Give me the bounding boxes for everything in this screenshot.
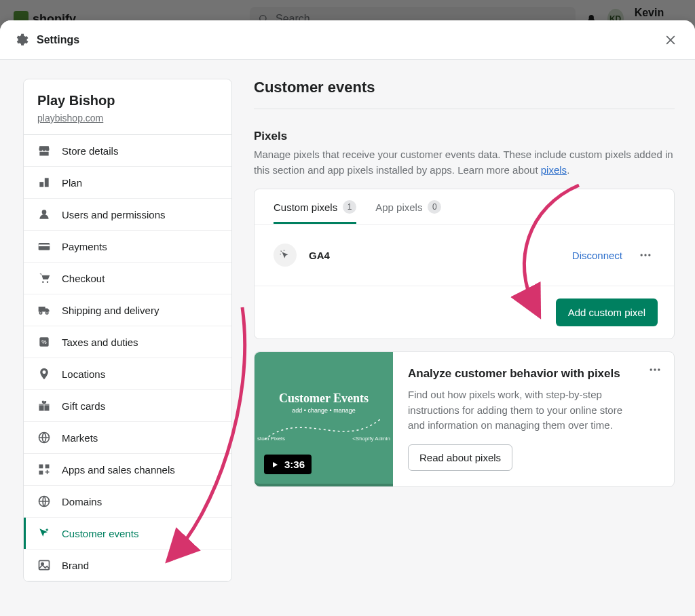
truck-icon [37, 303, 51, 317]
sidebar-item-store-details[interactable]: Store details [24, 135, 231, 167]
pixel-more-button[interactable] [636, 246, 655, 265]
apps-icon [37, 463, 51, 476]
svg-point-28 [650, 368, 652, 370]
pixels-card: Custom pixels 1 App pixels 0 GA4 [254, 189, 675, 339]
sidebar-item-label: Domains [62, 496, 102, 507]
page-title: Customer events [254, 79, 675, 109]
store-domain[interactable]: playbishop.com [37, 113, 218, 123]
sidebar-item-apps[interactable]: Apps and sales channels [24, 454, 231, 486]
svg-rect-7 [39, 243, 50, 250]
svg-point-12 [46, 312, 48, 314]
pixel-row: GA4 Disconnect [255, 224, 674, 286]
sidebar-item-shipping[interactable]: Shipping and delivery [24, 294, 231, 326]
user-icon [37, 208, 51, 221]
store-header: Play Bishop playbishop.com [24, 79, 231, 135]
thumb-subtitle: add • change • manage [255, 407, 393, 414]
pixels-card-footer: Add custom pixel [255, 286, 674, 339]
svg-point-25 [641, 254, 643, 256]
sidebar-item-taxes[interactable]: % Taxes and duties [24, 326, 231, 358]
dots-horizontal-icon [648, 363, 662, 377]
sidebar-item-checkout[interactable]: Checkout [24, 263, 231, 294]
pixels-heading: Pixels [254, 130, 675, 143]
play-icon [271, 461, 279, 469]
svg-point-30 [658, 368, 660, 370]
sidebar-item-label: Brand [62, 560, 89, 571]
cursor-sparkle-icon [37, 526, 51, 540]
modal-header: Settings [0, 20, 695, 60]
sidebar-item-giftcards[interactable]: Gift cards [24, 390, 231, 422]
sidebar-item-label: Taxes and duties [62, 336, 138, 348]
close-button[interactable] [660, 29, 681, 51]
learn-card-desc: Find out how pixels work, with step-by-s… [408, 387, 640, 434]
svg-point-27 [648, 254, 650, 256]
image-icon [37, 558, 51, 572]
dots-horizontal-icon [639, 248, 652, 262]
learn-card-body: Analyze customer behavior with pixels Fi… [393, 352, 674, 486]
sidebar-item-locations[interactable]: Locations [24, 358, 231, 390]
sidebar-item-payments[interactable]: Payments [24, 231, 231, 263]
sidebar-item-label: Plan [62, 177, 82, 189]
video-thumbnail[interactable]: Customer Events add • change • manage st… [255, 352, 393, 486]
gear-icon [14, 33, 29, 47]
sidebar-item-label: Store details [62, 145, 118, 157]
svg-point-10 [47, 282, 49, 284]
globe-grid-icon [37, 431, 51, 444]
pixels-description: Manage pixels that receive your customer… [254, 147, 675, 178]
sidebar-item-label: Locations [62, 368, 105, 380]
cart-icon [37, 271, 51, 285]
svg-rect-19 [39, 465, 43, 469]
svg-point-29 [654, 368, 656, 370]
sidebar-item-label: Customer events [62, 528, 138, 539]
sidebar-item-domains[interactable]: Domains [24, 486, 231, 518]
close-icon [664, 33, 677, 47]
add-custom-pixel-button[interactable]: Add custom pixel [556, 299, 658, 326]
tab-app-pixels[interactable]: App pixels 0 [375, 200, 441, 224]
learn-card-title: Analyze customer behavior with pixels [408, 367, 640, 381]
svg-rect-21 [39, 471, 43, 475]
store-name: Play Bishop [37, 93, 218, 109]
tab-label: App pixels [375, 201, 422, 213]
svg-point-26 [644, 254, 646, 256]
pixel-name[interactable]: GA4 [309, 250, 330, 261]
sidebar-item-plan[interactable]: Plan [24, 167, 231, 199]
settings-sidebar: Play Bishop playbishop.com Store details… [23, 79, 232, 582]
pixels-section: Pixels Manage pixels that receive your c… [254, 130, 675, 487]
svg-point-11 [39, 312, 41, 314]
sidebar-item-brand[interactable]: Brand [24, 550, 231, 581]
sidebar-item-markets[interactable]: Markets [24, 422, 231, 454]
svg-rect-20 [45, 465, 50, 469]
card-icon [37, 239, 51, 253]
svg-rect-8 [39, 245, 50, 247]
sidebar-item-users[interactable]: Users and permissions [24, 199, 231, 231]
settings-content: Customer events Pixels Manage pixels tha… [254, 79, 675, 616]
svg-rect-23 [39, 560, 50, 569]
svg-point-6 [42, 210, 47, 214]
learn-card-more[interactable] [648, 363, 662, 377]
tab-count: 1 [343, 200, 356, 214]
sidebar-item-label: Markets [62, 432, 98, 444]
storefront-icon [37, 144, 51, 157]
svg-text:%: % [41, 339, 47, 345]
sidebar-item-customer-events[interactable]: Customer events [24, 518, 231, 550]
pixels-learn-more-link[interactable]: pixels [541, 164, 567, 176]
svg-rect-17 [43, 404, 45, 411]
thumb-title: Customer Events [255, 352, 393, 407]
disconnect-link[interactable]: Disconnect [572, 250, 622, 261]
pixels-tabs: Custom pixels 1 App pixels 0 [255, 189, 674, 224]
percent-icon: % [37, 335, 51, 349]
learn-card: Customer Events add • change • manage st… [254, 351, 675, 487]
video-duration-pill: 3:36 [264, 455, 312, 474]
svg-point-9 [42, 282, 44, 284]
plan-icon [37, 176, 51, 189]
globe-icon [37, 495, 51, 508]
settings-modal: Settings Play Bishop playbishop.com Stor… [0, 20, 695, 616]
svg-rect-5 [45, 178, 49, 187]
tab-custom-pixels[interactable]: Custom pixels 1 [274, 200, 356, 224]
pin-icon [37, 367, 51, 381]
read-about-pixels-button[interactable]: Read about pixels [408, 444, 512, 471]
video-duration: 3:36 [284, 459, 305, 470]
sidebar-item-label: Shipping and delivery [62, 305, 159, 316]
modal-title: Settings [37, 34, 79, 46]
sidebar-item-label: Checkout [62, 273, 105, 284]
tab-label: Custom pixels [274, 201, 337, 213]
